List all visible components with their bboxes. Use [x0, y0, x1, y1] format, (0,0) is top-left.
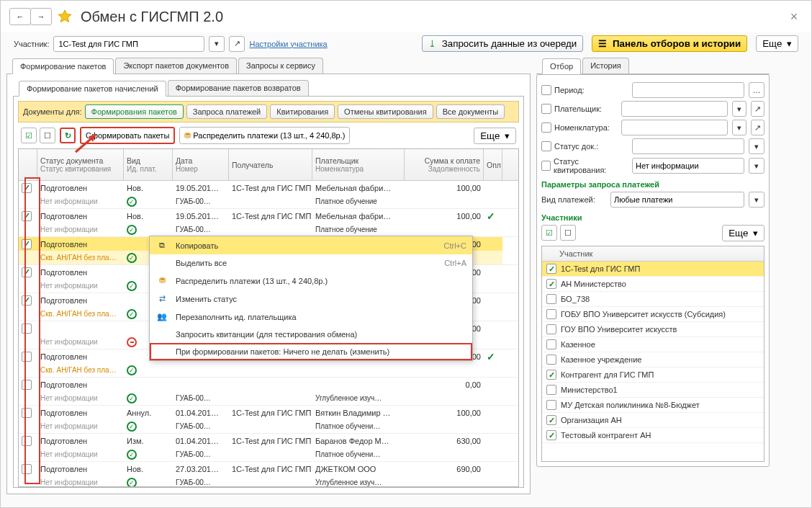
table-row[interactable]: Подготовлен 0,00 Нет информации ГУАБ-00…… [19, 378, 518, 406]
subtab-charges[interactable]: Формирование пакетов начислений [19, 81, 166, 97]
participant-checkbox[interactable] [546, 430, 556, 440]
tab-form-packets[interactable]: Формирование пакетов [12, 58, 114, 74]
ctx-on-form[interactable]: При формировании пакетов: Ничего не дела… [150, 343, 472, 360]
participant-checkbox[interactable] [546, 294, 556, 304]
docs-filter-all[interactable]: Все документы [436, 104, 505, 119]
chk-kvitstatus[interactable] [541, 161, 551, 171]
row-checkbox[interactable] [19, 293, 37, 307]
payer-input[interactable] [621, 101, 728, 117]
table-row[interactable]: Подготовлен Нов. 19.05.201… 1C-Test для … [19, 181, 518, 209]
kvitstatus-dropdown-icon[interactable]: ▾ [749, 158, 764, 174]
participant-checkbox[interactable] [546, 400, 556, 410]
nav-back[interactable]: ← [9, 8, 31, 25]
participant-open-icon[interactable]: ↗ [229, 36, 245, 52]
row-checkbox[interactable] [19, 265, 37, 279]
table-row[interactable]: Подготовлен Аннул. 01.04.201… 1C-Test дл… [19, 406, 518, 434]
participant-checkbox[interactable] [546, 385, 556, 395]
participant-input[interactable] [53, 36, 204, 52]
ctx-receipts[interactable]: Запросить квитанции (для тестирования об… [150, 326, 472, 343]
participant-checkbox[interactable] [546, 355, 556, 365]
participant-row[interactable]: Контрагент для ГИС ГМП [542, 367, 764, 383]
docs-filter-cancel[interactable]: Отмены квитирования [338, 104, 433, 119]
ctx-copy[interactable]: ⧉ Копировать Ctrl+C [150, 236, 472, 254]
participant-row[interactable]: Организация АН [542, 413, 764, 428]
subtab-returns[interactable]: Формирование пакетов возвратов [168, 80, 309, 96]
ctx-distribute[interactable]: ⛃ Распределить платежи (13 шт., 4 240,8р… [150, 272, 472, 290]
kvitstatus-input[interactable] [632, 158, 744, 174]
grid-more-button[interactable]: Еще ▾ [474, 128, 516, 144]
chk-docstatus[interactable] [541, 141, 551, 151]
payer-open-icon[interactable]: ↗ [751, 101, 765, 117]
participant-checkbox[interactable] [546, 279, 556, 289]
request-queue-button[interactable]: ⤓ Запросить данные из очереди [422, 35, 583, 52]
participant-checkbox[interactable] [546, 264, 556, 274]
participant-row[interactable]: Казенное учреждение [542, 352, 764, 367]
parts-more-button[interactable]: Еще ▾ [722, 225, 764, 241]
participant-checkbox[interactable] [546, 370, 556, 380]
participant-checkbox[interactable] [546, 309, 556, 319]
favorite-star-icon[interactable] [55, 6, 75, 27]
participant-settings-link[interactable]: Настройки участника [249, 40, 327, 48]
participant-checkbox[interactable] [546, 339, 556, 349]
participant-row[interactable]: АН Министерство [542, 277, 764, 292]
chk-nom[interactable] [541, 122, 551, 133]
tab-history[interactable]: История [582, 58, 629, 73]
distribute-button[interactable]: ⛃ Распределить платежи (13 шт., 4 240,8р… [179, 127, 350, 144]
make-packets-button[interactable]: Сформировать пакеты [80, 127, 175, 144]
tab-requests[interactable]: Запросы к сервису [238, 58, 323, 73]
ctx-change-status[interactable]: ⇄ Изменить статус [150, 290, 472, 308]
table-row[interactable]: Подготовлен Нов. 27.03.201… 1C-Test для … [19, 462, 518, 487]
paykind-input[interactable] [610, 192, 744, 208]
check-all-icon[interactable]: ☑ [21, 128, 37, 143]
docstatus-input[interactable] [632, 138, 744, 154]
row-checkbox[interactable] [19, 406, 37, 419]
ctx-refill[interactable]: 👥 Перезаполнить ид. плательщика [150, 308, 472, 326]
row-checkbox[interactable] [19, 378, 37, 391]
uncheck-all-icon[interactable]: ☐ [40, 128, 55, 143]
parts-uncheck-all-icon[interactable]: ☐ [560, 225, 576, 241]
tab-export[interactable]: Экспорт пакетов документов [115, 58, 237, 73]
refresh-icon[interactable]: ↻ [60, 128, 76, 143]
docs-filter-kvit[interactable]: Квитирования [270, 104, 335, 119]
docs-filter-form[interactable]: Формирования пакетов [85, 104, 184, 119]
docs-filter-payreq[interactable]: Запроса платежей [186, 104, 267, 119]
close-icon[interactable]: × [785, 9, 803, 24]
docstatus-dropdown-icon[interactable]: ▾ [749, 138, 764, 154]
nom-dropdown-icon[interactable]: ▾ [732, 120, 746, 135]
row-checkbox[interactable] [19, 349, 37, 363]
participant-row[interactable]: МУ Детская поликлиника №8-Бюджет [542, 398, 764, 413]
chk-period[interactable] [541, 85, 551, 95]
participant-checkbox[interactable] [546, 415, 556, 425]
row-checkbox[interactable] [19, 181, 37, 195]
nom-open-icon[interactable]: ↗ [751, 120, 765, 135]
chk-payer[interactable] [541, 104, 551, 114]
nav-forward[interactable]: → [30, 8, 52, 25]
payer-dropdown-icon[interactable]: ▾ [732, 101, 746, 117]
participant-row[interactable]: Тестовый контрагент АН [542, 428, 764, 443]
nom-input[interactable] [621, 120, 728, 135]
period-input[interactable] [632, 82, 744, 98]
participant-checkbox[interactable] [546, 324, 556, 334]
participant-row[interactable]: ГОУ ВПО Университет искусств [542, 322, 764, 337]
row-checkbox[interactable] [19, 462, 37, 476]
participant-row[interactable]: Министерство1 [542, 383, 764, 398]
participant-row[interactable]: Казенное [542, 337, 764, 352]
tab-filter[interactable]: Отбор [542, 58, 581, 74]
filter-panel-button[interactable]: ☰ Панель отборов и истории [592, 35, 747, 52]
row-checkbox[interactable] [19, 209, 37, 223]
ctx-copy-shortcut: Ctrl+C [444, 241, 466, 250]
period-ellipsis-icon[interactable]: … [749, 82, 764, 98]
participant-row[interactable]: БО_738 [542, 292, 764, 307]
parts-check-all-icon[interactable]: ☑ [541, 225, 557, 241]
participant-dropdown-icon[interactable]: ▾ [209, 36, 225, 52]
paykind-dropdown-icon[interactable]: ▾ [749, 192, 764, 208]
table-row[interactable]: Подготовлен Изм. 01.04.201… 1C-Test для … [19, 434, 518, 462]
participant-row[interactable]: 1C-Test для ГИС ГМП [542, 262, 764, 277]
table-row[interactable]: Подготовлен Нов. 19.05.201… 1C-Test для … [19, 209, 518, 237]
participant-row[interactable]: ГОБУ ВПО Университет искусств (Субсидия) [542, 307, 764, 322]
top-more-button[interactable]: Еще ▾ [756, 35, 798, 52]
ctx-select-all[interactable]: Выделить все Ctrl+A [150, 254, 472, 272]
row-checkbox[interactable] [19, 237, 37, 251]
row-checkbox[interactable] [19, 321, 37, 335]
row-checkbox[interactable] [19, 434, 37, 447]
